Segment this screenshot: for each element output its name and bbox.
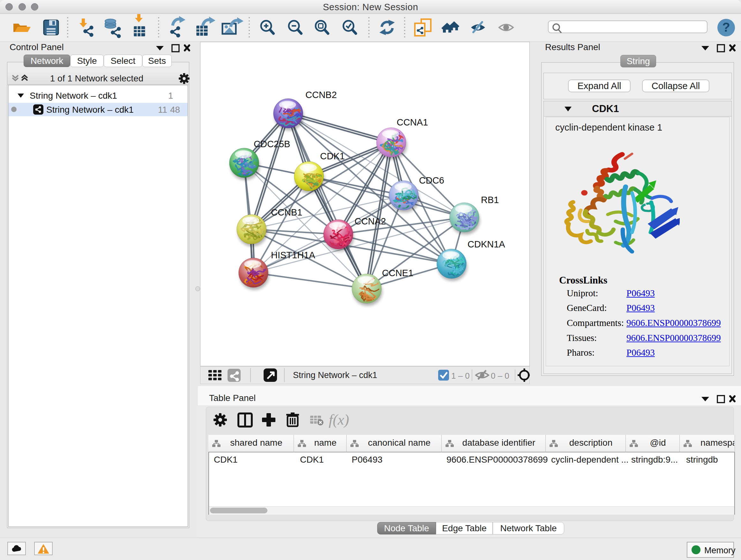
svg-text:CCNA1: CCNA1 xyxy=(397,117,428,127)
svg-text:CDKN1A: CDKN1A xyxy=(468,239,505,249)
svg-text:CCNB2: CCNB2 xyxy=(306,90,337,100)
svg-text:CDK1: CDK1 xyxy=(320,151,345,161)
svg-text:CCNA2: CCNA2 xyxy=(354,216,386,226)
svg-text:f(x): f(x) xyxy=(329,412,349,428)
svg-text:CCNB1: CCNB1 xyxy=(271,207,302,217)
svg-text:CDC6: CDC6 xyxy=(419,175,444,186)
svg-text:HIST1H1A: HIST1H1A xyxy=(271,250,315,260)
svg-text:CCNE1: CCNE1 xyxy=(382,268,413,278)
svg-text:RB1: RB1 xyxy=(481,195,499,205)
svg-text:CDC25B: CDC25B xyxy=(254,139,290,149)
